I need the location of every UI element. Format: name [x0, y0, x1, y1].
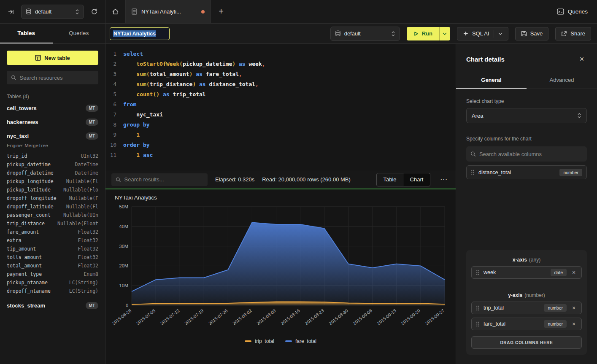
column-name: dropoff_latitude	[7, 204, 54, 210]
column-row[interactable]: trip_distanceNullable(Float	[7, 219, 98, 228]
sidebar-search-input[interactable]	[20, 75, 94, 81]
column-type: Float32	[78, 237, 98, 243]
table-row[interactable]: nyc_taxiMT	[7, 129, 98, 143]
code-text: select	[123, 49, 143, 59]
area-chart[interactable]: 010M20M30M40M50M2015-06-282015-07-052015…	[112, 202, 449, 338]
column-row[interactable]: payment_typeEnum8	[7, 270, 98, 278]
sidebar-tab-queries[interactable]: Queries	[53, 24, 105, 43]
svg-text:2015-08-09: 2015-08-09	[256, 308, 277, 326]
column-row[interactable]: dropoff_ntanameLC(String)	[7, 287, 98, 295]
view-chart-button[interactable]: Chart	[403, 173, 430, 186]
tab-advanced[interactable]: Advanced	[527, 72, 597, 89]
drag-handle-icon[interactable]	[476, 321, 480, 327]
column-type: Nullable(UIn	[63, 212, 98, 218]
new-tab-button[interactable]: +	[211, 0, 231, 23]
chart-type-value: Area	[472, 113, 483, 119]
editor-line: 7 nyc_taxi	[105, 110, 456, 120]
table-row[interactable]: stocks_streamMT	[7, 299, 98, 313]
tab-general[interactable]: General	[456, 72, 527, 89]
view-table-button[interactable]: Table	[376, 173, 403, 186]
new-table-button[interactable]: New table	[7, 51, 98, 65]
column-pill[interactable]: weekdate×	[471, 266, 582, 279]
column-pill[interactable]: trip_totalnumber×	[471, 302, 582, 314]
query-title-input[interactable]: NYTaxi Analytics	[110, 27, 170, 40]
column-row[interactable]: dropoff_longitudeNullable(F	[7, 194, 98, 202]
available-columns-list: distance_totalnumber	[466, 162, 587, 179]
chart-type-select[interactable]: Area	[466, 108, 587, 123]
sql-ai-button[interactable]: SQL AI	[457, 27, 508, 40]
column-row[interactable]: pickup_datetimeDateTime	[7, 160, 98, 169]
share-button[interactable]: Share	[555, 27, 591, 40]
table-row[interactable]: cell_towersMT	[7, 101, 98, 115]
topbar-database-selector[interactable]: default	[21, 5, 84, 19]
table-name: nyc_taxi	[7, 133, 29, 139]
save-button[interactable]: Save	[515, 27, 549, 40]
column-row[interactable]: dropoff_datetimeDateTime	[7, 169, 98, 177]
svg-text:30M: 30M	[119, 244, 128, 249]
collapse-sidebar-button[interactable]	[5, 6, 17, 18]
column-row[interactable]: extraFloat32	[7, 236, 98, 245]
search-icon	[470, 151, 476, 157]
column-type: LC(String)	[69, 280, 98, 286]
save-floppy-icon	[521, 31, 527, 37]
remove-column-button[interactable]: ×	[570, 305, 577, 311]
results-search-input[interactable]	[124, 176, 203, 183]
queries-button[interactable]: Queries	[557, 8, 588, 15]
svg-text:2015-09-27: 2015-09-27	[424, 308, 446, 326]
svg-text:20M: 20M	[119, 263, 128, 268]
column-row[interactable]: pickup_ntanameLC(String)	[7, 278, 98, 287]
remove-column-button[interactable]: ×	[570, 269, 577, 276]
legend-label: trip_total	[255, 338, 274, 344]
results-toolbar: Elapsed: 0.320s Read: 20,000,000 rows (2…	[105, 170, 456, 189]
column-name: dropoff_datetime	[7, 170, 54, 176]
chevron-down-icon	[498, 32, 502, 35]
search-icon	[11, 75, 16, 81]
column-row[interactable]: fare_amountFloat32	[7, 228, 98, 236]
drag-columns-dropzone[interactable]: DRAG COLUMNS HERE	[471, 336, 582, 349]
drag-handle-icon[interactable]	[476, 270, 480, 275]
results-more-button[interactable]: ⋯	[438, 174, 450, 186]
column-name: pickup_longitude	[7, 178, 54, 184]
column-pill[interactable]: fare_totalnumber×	[471, 318, 582, 330]
close-panel-button[interactable]: ×	[577, 54, 587, 64]
refresh-button[interactable]	[88, 6, 100, 18]
code-text: from	[123, 100, 136, 110]
editor-line: 10order by	[105, 140, 456, 150]
editor-line: 8group by	[105, 120, 456, 130]
query-database-selector[interactable]: default	[330, 27, 400, 41]
run-options-button[interactable]	[439, 27, 450, 40]
table-row[interactable]: hackernewsMT	[7, 115, 98, 129]
legend-item[interactable]: trip_total	[245, 338, 274, 344]
database-icon	[26, 8, 32, 15]
column-name: extra	[7, 237, 22, 243]
column-type: Nullable(Float	[57, 221, 98, 226]
svg-text:2015-07-05: 2015-07-05	[135, 308, 157, 326]
legend-item[interactable]: fare_total	[285, 338, 316, 344]
column-row[interactable]: tolls_amountFloat32	[7, 253, 98, 262]
remove-column-button[interactable]: ×	[570, 321, 577, 327]
topbar-left: default	[0, 0, 105, 23]
tab-nytaxi-analytics[interactable]: NYTaxi Analyti...	[126, 0, 211, 23]
home-tab[interactable]	[105, 0, 126, 23]
drag-handle-icon[interactable]	[471, 170, 475, 175]
column-row[interactable]: pickup_latitudeNullable(Flo	[7, 186, 98, 194]
sql-editor[interactable]: 1select2 toStartOfWeek(pickup_datetime) …	[105, 44, 456, 170]
sidebar-tab-tables[interactable]: Tables	[0, 24, 53, 43]
columns-search-input[interactable]	[479, 151, 583, 157]
tables-section-label: Tables (4)	[7, 94, 98, 100]
run-button[interactable]: Run	[407, 27, 439, 40]
unsaved-indicator-dot	[201, 10, 205, 13]
column-type: Nullable(Flo	[63, 187, 98, 193]
table-engine-badge: MT	[86, 105, 98, 112]
column-row[interactable]: dropoff_latitudeNullable(Fl	[7, 202, 98, 211]
svg-text:2015-09-20: 2015-09-20	[400, 308, 421, 326]
y-axis-header: y-axis(number)	[471, 292, 582, 298]
column-list: trip_idUInt32pickup_datetimeDateTimedrop…	[7, 152, 98, 295]
column-row[interactable]: trip_idUInt32	[7, 152, 98, 160]
column-pill[interactable]: distance_totalnumber	[466, 165, 587, 179]
drag-handle-icon[interactable]	[476, 305, 480, 311]
column-row[interactable]: tip_amountFloat32	[7, 245, 98, 253]
column-row[interactable]: total_amountFloat32	[7, 262, 98, 270]
column-row[interactable]: pickup_longitudeNullable(Fl	[7, 177, 98, 186]
column-row[interactable]: passenger_countNullable(UIn	[7, 211, 98, 219]
